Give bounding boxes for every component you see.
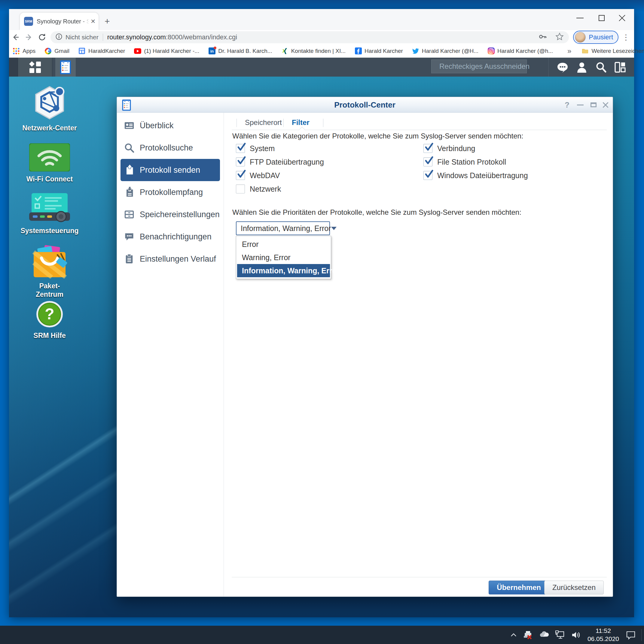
reload-icon[interactable]: [35, 31, 49, 44]
sidebar-item-speichereinstellungen[interactable]: Speichereinstellungen: [117, 203, 223, 226]
priority-option[interactable]: Information, Warning, Error: [237, 264, 330, 277]
checkbox-checked[interactable]: [424, 171, 433, 180]
pc-maximize-button[interactable]: [588, 97, 600, 113]
bookmark-item[interactable]: (1) Harald Karcher -...: [134, 47, 199, 55]
checkbox-checked[interactable]: [236, 157, 245, 166]
address-bar[interactable]: Nicht sicher router.synology.com:8000/we…: [50, 31, 569, 43]
profile-button[interactable]: Pausiert: [573, 31, 618, 44]
window-close-button[interactable]: [612, 9, 632, 27]
settings-history-icon: [123, 253, 135, 265]
user-options-icon[interactable]: [574, 59, 590, 75]
tab-close-icon[interactable]: ✕: [90, 18, 96, 25]
bookmark-item[interactable]: Gmail: [44, 47, 69, 55]
bookmark-item[interactable]: HaraldKarcher: [78, 47, 125, 55]
priority-option[interactable]: Warning, Error: [237, 251, 330, 264]
sidebar-item-protokoll-senden[interactable]: Protokoll senden: [120, 159, 220, 181]
bookmark-item[interactable]: inDr. Harald B. Karch...: [208, 47, 272, 55]
bookmark-label: Gmail: [54, 48, 69, 54]
checkbox-checked[interactable]: [424, 144, 433, 153]
facebook-icon: [355, 47, 362, 55]
log-search-icon: [123, 142, 135, 153]
checkbox-label[interactable]: Netzwerk: [250, 185, 281, 193]
bookmark-star-icon[interactable]: [555, 32, 564, 42]
log-center-task-button[interactable]: [55, 58, 76, 77]
pc-help-button[interactable]: ?: [561, 97, 573, 113]
notifications-bubble-icon[interactable]: [555, 59, 570, 75]
reset-button[interactable]: Zurücksetzen: [544, 581, 604, 594]
show-desktop-button[interactable]: [642, 626, 644, 644]
desktop-icon-systemsteuerung[interactable]: Systemsteuerung: [15, 193, 84, 235]
bookmark-item[interactable]: Harald Karcher (@H...: [412, 47, 479, 55]
checkbox-row: Windows Dateiübertragung: [424, 171, 528, 180]
speaker-icon[interactable]: [568, 626, 584, 644]
omnibox-divider: [103, 34, 103, 41]
url-text: router.synology.com:8000/webman/index.cg…: [107, 33, 539, 41]
bookmark-item[interactable]: Harald Karcher: [355, 47, 403, 55]
window-maximize-button[interactable]: [592, 9, 611, 27]
bookmark-item[interactable]: Harald Karcher (@h...: [488, 47, 553, 55]
other-bookmarks-button[interactable]: Weitere Lesezeichen: [582, 47, 644, 55]
sidebar-item-überblick[interactable]: Überblick: [117, 114, 223, 137]
checkbox-label[interactable]: FTP Dateiübertragung: [250, 158, 324, 166]
desktop-icon-netzwerk-center[interactable]: Netzwerk-Center: [15, 85, 84, 132]
browser-menu-icon[interactable]: ⋮: [622, 33, 630, 42]
browser-tab[interactable]: SRM Synology Router - SynologyRoute ✕: [20, 13, 99, 30]
xing-icon: [281, 47, 288, 55]
srm-favicon: SRM: [24, 17, 33, 26]
chevron-up-icon[interactable]: [507, 626, 520, 644]
sidebar-item-einstellungen-verlauf[interactable]: Einstellungen Verlauf: [117, 248, 223, 270]
checkbox-row: FTP Dateiübertragung: [236, 157, 324, 166]
desktop-icon-srmhilfe[interactable]: ?SRM Hilfe: [15, 300, 84, 340]
priority-option[interactable]: Error: [237, 238, 330, 251]
bookmark-item[interactable]: Kontakte finden | XI...: [281, 47, 346, 55]
bookmark-label: Harald Karcher: [365, 48, 403, 54]
sidebar-item-protokollempfang[interactable]: Protokollempfang: [117, 181, 223, 203]
new-tab-button[interactable]: +: [105, 17, 110, 26]
widgets-icon[interactable]: [612, 59, 628, 75]
sidebar-item-label: Einstellungen Verlauf: [140, 254, 216, 264]
priority-select[interactable]: Information, Warning, Error: [236, 221, 330, 235]
checkbox-label[interactable]: System: [250, 144, 275, 153]
main-menu-button[interactable]: [18, 58, 52, 77]
checkbox-unchecked[interactable]: [236, 184, 245, 193]
pc-close-button[interactable]: [600, 97, 612, 113]
printer-error-icon[interactable]: [520, 626, 536, 644]
sidebar-item-benachrichtigungen[interactable]: Benachrichtigungen: [117, 226, 223, 248]
checkbox-label[interactable]: WebDAV: [250, 171, 280, 180]
svg-text:in: in: [210, 49, 214, 53]
desktop-icon-paket-zentrum[interactable]: Paket-Zentrum: [15, 245, 84, 299]
bookmark-label: HaraldKarcher: [88, 48, 125, 54]
sidebar-item-protokollsuche[interactable]: Protokollsuche: [117, 137, 223, 159]
pc-tabbar: Speicherort Filter: [224, 116, 613, 130]
bookmarks-overflow-button[interactable]: »: [567, 47, 571, 55]
desktop-icon-wi-ficonnect[interactable]: Wi-Fi Connect: [15, 143, 84, 184]
onedrive-icon[interactable]: [536, 626, 552, 644]
checkbox-label[interactable]: File Station Protokoll: [437, 158, 506, 166]
tab-title: Synology Router - SynologyRoute: [37, 18, 89, 25]
window-minimize-button[interactable]: [570, 9, 590, 27]
checkbox-checked[interactable]: [236, 171, 245, 180]
svg-text:?: ?: [45, 305, 54, 323]
forward-icon[interactable]: [22, 31, 35, 44]
tab-divider: [283, 119, 284, 127]
chrome-browser-window: SRM Synology Router - SynologyRoute ✕ +: [9, 9, 634, 617]
checkbox-checked[interactable]: [236, 144, 245, 153]
checkbox-checked[interactable]: [424, 157, 433, 166]
pc-titlebar[interactable]: Protokoll-Center ?: [117, 97, 613, 113]
pc-minimize-button[interactable]: [574, 97, 586, 113]
action-center-icon[interactable]: [623, 626, 639, 644]
browser-toolbar: Nicht sicher router.synology.com:8000/we…: [9, 30, 634, 44]
back-icon[interactable]: [9, 31, 22, 44]
taskbar-clock[interactable]: 11:52 06.05.2020: [584, 627, 623, 643]
apply-button[interactable]: Übernehmen: [489, 581, 549, 594]
bookmark-item[interactable]: Apps: [13, 47, 35, 55]
search-icon[interactable]: [593, 59, 609, 75]
checkbox-label[interactable]: Verbindung: [437, 144, 475, 153]
network-icon[interactable]: [552, 626, 568, 644]
sidebar-item-label: Benachrichtigungen: [140, 232, 211, 241]
checkbox-label[interactable]: Windows Dateiübertragung: [437, 171, 528, 180]
key-icon[interactable]: [538, 32, 547, 42]
tab-speicherort[interactable]: Speicherort: [237, 116, 290, 130]
apps-grid-icon: [13, 47, 20, 55]
info-icon[interactable]: [55, 33, 62, 41]
